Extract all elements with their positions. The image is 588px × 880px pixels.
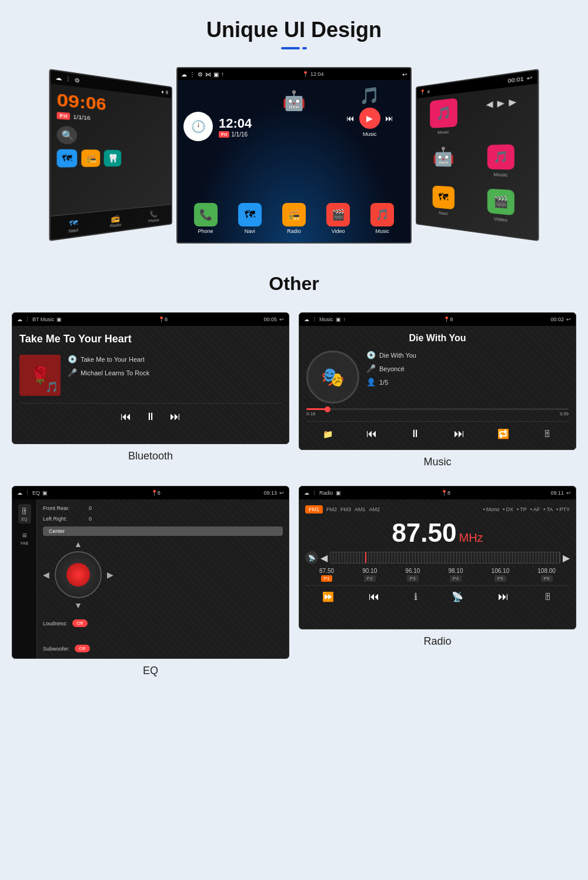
progress-fill xyxy=(306,408,328,410)
app-icon-maps[interactable]: 🗺 xyxy=(57,149,78,168)
eq-center-button[interactable]: Center xyxy=(43,526,283,536)
radio-preset-6[interactable]: 108.00 P6 xyxy=(537,568,556,582)
nav-item-phone[interactable]: 📞 Phone xyxy=(148,209,159,223)
app-radio[interactable]: 📻 Radio xyxy=(282,203,306,234)
bt-artist-row: 🎤 Michael Learns To Rock xyxy=(68,368,149,377)
right-app-video[interactable]: 🎬 Video xyxy=(473,188,531,234)
next-icon[interactable]: ⏭ xyxy=(385,114,393,123)
bt-artist: Michael Learns To Rock xyxy=(81,369,149,376)
right-play-icon[interactable]: ▶ xyxy=(497,98,505,108)
radio-label-top: Radio xyxy=(319,490,333,496)
music-next-button[interactable]: ⏭ xyxy=(454,428,465,440)
radio-band-am1[interactable]: AM1 xyxy=(355,506,366,512)
app-icon-bt[interactable]: 🦷 xyxy=(104,150,121,167)
bt-next-button[interactable]: ⏭ xyxy=(170,411,181,423)
music-meta: 💿 Die With You 🎤 Beyoncé 👤 1/5 xyxy=(366,351,569,386)
radio-ff-icon[interactable]: ⏩ xyxy=(322,591,334,602)
eq-sidebar-fab[interactable]: ≡ FAB xyxy=(18,528,31,548)
radio-opt-tp: TP xyxy=(517,506,527,512)
music-folder-icon[interactable]: 📁 xyxy=(323,429,333,439)
eq-icon: 🎚 xyxy=(21,506,29,516)
radio-preset-2[interactable]: 90.10 P2 xyxy=(362,568,377,582)
eq-arrow-right[interactable]: ▶ xyxy=(107,570,113,579)
eq-screen: ☁⋮EQ▣ 📍8 09:13 ↩ 🎚 EQ xyxy=(12,486,289,659)
music-tracknum-row: 👤 1/5 xyxy=(366,378,569,386)
eq-sidebar-eq[interactable]: 🎚 EQ xyxy=(18,504,31,524)
right-app-navi[interactable]: 🗺 Navi xyxy=(421,185,468,226)
nav-item-navi[interactable]: 🗺 Navi xyxy=(68,218,78,233)
eq-loudness-toggle[interactable]: Off xyxy=(72,619,88,627)
play-button[interactable]: ▶ xyxy=(359,108,380,129)
tuner-marker xyxy=(365,552,366,563)
eq-body: 🎚 EQ ≡ FAB Front Rear: 0 Left Righ xyxy=(12,499,289,658)
prev-icon[interactable]: ⏮ xyxy=(346,114,355,123)
radio-prev-button[interactable]: ⏮ xyxy=(369,591,379,603)
app-icon-radio[interactable]: 📻 xyxy=(81,149,100,167)
eq-arrow-up[interactable]: ▲ xyxy=(74,539,82,549)
radio-band-fm2[interactable]: FM2 xyxy=(326,506,337,512)
nav-item-radio[interactable]: 📻 Radio xyxy=(110,214,121,228)
radio-opt-ta: TA xyxy=(543,506,553,512)
music-prev-button[interactable]: ⏮ xyxy=(366,428,377,440)
bt-label: BT Music xyxy=(32,316,54,322)
radio-opt-pty: PTY xyxy=(556,506,570,512)
radio-band-am2[interactable]: AM2 xyxy=(369,506,380,512)
music-repeat-icon[interactable]: 🔁 xyxy=(497,428,509,439)
progress-thumb xyxy=(325,406,330,412)
app-music[interactable]: 🎵 Music xyxy=(370,203,394,234)
eq-arrow-down[interactable]: ▼ xyxy=(74,601,82,610)
right-app-music2[interactable]: 🎵 Music xyxy=(473,144,531,186)
tuner-left-arrow[interactable]: ◀ xyxy=(320,552,328,564)
right-prev-icon[interactable]: ◀ xyxy=(486,99,493,109)
music-artist: Beyoncé xyxy=(379,365,405,372)
player-screens-grid: ☁⋮ BT Music ▣ 📍8 00:05 ↩ Take Me To Your… xyxy=(0,312,588,480)
radio-preset-5[interactable]: 106.10 P5 xyxy=(492,568,510,582)
tuner-bar[interactable] xyxy=(330,552,560,564)
music-track-name: Die With You xyxy=(379,352,416,359)
eq-main-area: Front Rear: 0 Left Right: 0 Center ▲ xyxy=(37,499,289,658)
right-music-controls: ◀ ▶ ▶ xyxy=(473,89,531,140)
app-navi[interactable]: 🗺 Navi xyxy=(238,203,262,234)
right-app-android[interactable]: 🤖 xyxy=(421,145,468,183)
eq-subwoofer-row: Subwoofer: Off xyxy=(43,645,283,652)
music-eq-icon[interactable]: 🎚 xyxy=(543,429,552,439)
radio-opt-dx: DX xyxy=(503,506,513,512)
radio-next-button[interactable]: ⏭ xyxy=(498,591,509,603)
eq-subwoofer-toggle[interactable]: Off xyxy=(75,645,91,652)
radio-preset-4[interactable]: 98.10 P4 xyxy=(448,568,463,582)
title-decoration xyxy=(0,47,588,49)
music-label: Music xyxy=(363,131,377,137)
radio-presets: 87.50 P1 90.10 P2 96.10 P3 98.10 P4 xyxy=(305,568,570,582)
progress-bar[interactable] xyxy=(306,408,569,410)
app-phone[interactable]: 📞 Phone xyxy=(194,203,218,234)
bt-prev-button[interactable]: ⏮ xyxy=(121,411,131,423)
radio-band-fm1[interactable]: FM1 xyxy=(305,505,323,514)
eq-knob[interactable] xyxy=(55,551,102,598)
radio-preset-1[interactable]: 87.50 P1 xyxy=(319,568,334,582)
tuner-right-arrow[interactable]: ▶ xyxy=(563,552,570,564)
right-app-music-top[interactable]: 🎵 Music xyxy=(421,96,468,142)
bt-song-info: 🌹 🎵 💿 Take Me to Your Heart 🎤 Michael Le… xyxy=(19,355,282,396)
clock-circle: 🕛 xyxy=(183,112,213,141)
music-tracknum: 1/5 xyxy=(379,379,388,386)
radio-info-icon[interactable]: ℹ xyxy=(414,591,417,602)
search-icon: 🔍 xyxy=(57,125,78,144)
radio-band-fm3[interactable]: FM3 xyxy=(340,506,351,512)
bt-music-body: Take Me To Your Heart 🌹 🎵 💿 Take Me to Y… xyxy=(12,326,289,444)
music-note-icon: 🎵 xyxy=(359,86,380,105)
music-body: Die With You 🎭 💿 Die With You 🎤 Beyoncé xyxy=(299,326,576,449)
radio-preset-3[interactable]: 96.10 P3 xyxy=(405,568,420,582)
music-pause-button[interactable]: ⏸ xyxy=(410,428,420,440)
eq-front-rear-row: Front Rear: 0 xyxy=(43,505,283,511)
radio-menu-icon[interactable]: 🎚 xyxy=(543,592,553,602)
radio-screen-label: Radio xyxy=(299,635,576,648)
page-title: Unique UI Design xyxy=(0,0,588,42)
eq-time: 09:13 xyxy=(263,490,277,496)
app-video[interactable]: 🎬 Video xyxy=(326,203,350,234)
bt-pause-button[interactable]: ⏸ xyxy=(145,411,156,423)
radio-scan-icon[interactable]: 📡 xyxy=(452,591,463,602)
right-next-icon[interactable]: ▶ xyxy=(509,96,516,108)
eq-arrow-left[interactable]: ◀ xyxy=(43,570,49,579)
radio-icon-left: 📡 xyxy=(305,551,318,564)
bt-album-art: 🌹 🎵 xyxy=(19,355,61,396)
